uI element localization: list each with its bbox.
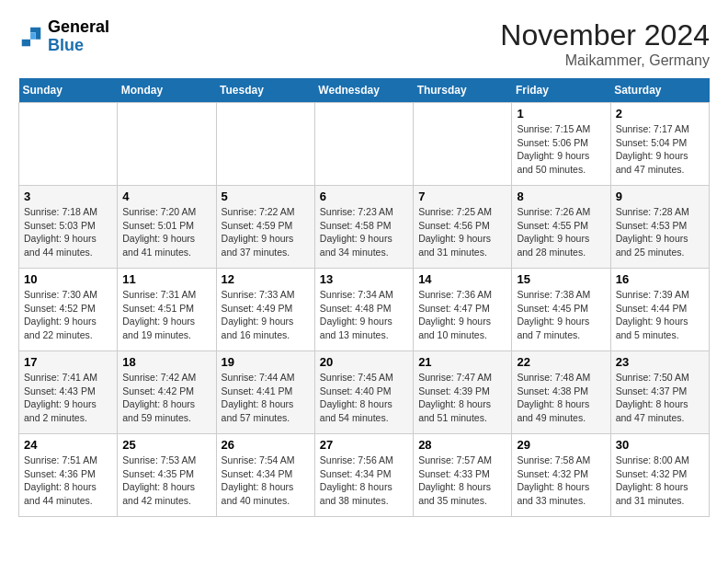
day-number: 10 — [24, 272, 112, 286]
calendar-cell: 15Sunrise: 7:38 AM Sunset: 4:45 PM Dayli… — [512, 269, 610, 351]
page-title: November 2024 — [500, 18, 710, 52]
day-info: Sunrise: 7:28 AM Sunset: 4:53 PM Dayligh… — [616, 205, 704, 259]
day-number: 15 — [517, 272, 605, 286]
calendar-cell: 11Sunrise: 7:31 AM Sunset: 4:51 PM Dayli… — [118, 269, 216, 351]
day-number: 28 — [418, 438, 506, 452]
day-number: 29 — [517, 438, 605, 452]
day-info: Sunrise: 7:34 AM Sunset: 4:48 PM Dayligh… — [320, 288, 408, 342]
calendar-cell: 3Sunrise: 7:18 AM Sunset: 5:03 PM Daylig… — [19, 186, 118, 269]
day-number: 25 — [122, 438, 210, 452]
day-info: Sunrise: 7:45 AM Sunset: 4:40 PM Dayligh… — [320, 371, 408, 425]
calendar-cell: 9Sunrise: 7:28 AM Sunset: 4:53 PM Daylig… — [610, 186, 709, 269]
day-info: Sunrise: 8:00 AM Sunset: 4:32 PM Dayligh… — [616, 454, 704, 508]
day-number: 1 — [517, 107, 605, 121]
day-number: 3 — [24, 190, 112, 203]
day-number: 22 — [517, 355, 605, 369]
logo-blue: Blue — [48, 37, 109, 55]
day-number: 18 — [122, 355, 210, 369]
calendar-cell — [314, 103, 413, 186]
day-info: Sunrise: 7:42 AM Sunset: 4:42 PM Dayligh… — [122, 371, 210, 425]
day-number: 27 — [320, 438, 408, 452]
day-info: Sunrise: 7:20 AM Sunset: 5:01 PM Dayligh… — [122, 205, 210, 259]
day-of-week-wednesday: Wednesday — [314, 78, 413, 103]
calendar-table: SundayMondayTuesdayWednesdayThursdayFrid… — [18, 78, 710, 517]
day-of-week-monday: Monday — [118, 78, 216, 103]
calendar-cell: 12Sunrise: 7:33 AM Sunset: 4:49 PM Dayli… — [216, 269, 314, 351]
day-info: Sunrise: 7:44 AM Sunset: 4:41 PM Dayligh… — [222, 371, 310, 425]
day-number: 6 — [320, 190, 408, 203]
day-number: 21 — [418, 355, 506, 369]
calendar-cell: 17Sunrise: 7:41 AM Sunset: 4:43 PM Dayli… — [19, 351, 118, 434]
day-number: 19 — [222, 355, 310, 369]
day-number: 2 — [616, 107, 704, 121]
calendar-cell: 16Sunrise: 7:39 AM Sunset: 4:44 PM Dayli… — [610, 269, 709, 351]
day-of-week-sunday: Sunday — [19, 78, 118, 103]
week-row-1: 1Sunrise: 7:15 AM Sunset: 5:06 PM Daylig… — [19, 103, 710, 186]
calendar-cell: 8Sunrise: 7:26 AM Sunset: 4:55 PM Daylig… — [512, 186, 610, 269]
day-number: 24 — [24, 438, 112, 452]
day-info: Sunrise: 7:31 AM Sunset: 4:51 PM Dayligh… — [122, 288, 210, 342]
page-subtitle: Maikammer, Germany — [500, 52, 710, 69]
calendar-cell: 7Sunrise: 7:25 AM Sunset: 4:56 PM Daylig… — [414, 186, 512, 269]
day-number: 30 — [616, 438, 704, 452]
calendar-cell: 25Sunrise: 7:53 AM Sunset: 4:35 PM Dayli… — [118, 434, 216, 517]
calendar-cell: 18Sunrise: 7:42 AM Sunset: 4:42 PM Dayli… — [118, 351, 216, 434]
calendar-cell: 2Sunrise: 7:17 AM Sunset: 5:04 PM Daylig… — [610, 103, 709, 186]
day-number: 16 — [616, 272, 704, 286]
day-of-week-thursday: Thursday — [414, 78, 512, 103]
page-header: General Blue November 2024 Maikammer, Ge… — [18, 18, 710, 69]
calendar-cell: 19Sunrise: 7:44 AM Sunset: 4:41 PM Dayli… — [216, 351, 314, 434]
day-info: Sunrise: 7:53 AM Sunset: 4:35 PM Dayligh… — [122, 454, 210, 508]
calendar-cell: 5Sunrise: 7:22 AM Sunset: 4:59 PM Daylig… — [216, 186, 314, 269]
day-info: Sunrise: 7:41 AM Sunset: 4:43 PM Dayligh… — [24, 371, 112, 425]
calendar-cell: 13Sunrise: 7:34 AM Sunset: 4:48 PM Dayli… — [314, 269, 413, 351]
day-info: Sunrise: 7:30 AM Sunset: 4:52 PM Dayligh… — [24, 288, 112, 342]
day-number: 17 — [24, 355, 112, 369]
day-info: Sunrise: 7:33 AM Sunset: 4:49 PM Dayligh… — [222, 288, 310, 342]
calendar-cell: 6Sunrise: 7:23 AM Sunset: 4:58 PM Daylig… — [314, 186, 413, 269]
day-number: 8 — [517, 190, 605, 203]
svg-marker-2 — [22, 40, 30, 46]
day-number: 12 — [222, 272, 310, 286]
calendar-cell: 30Sunrise: 8:00 AM Sunset: 4:32 PM Dayli… — [610, 434, 709, 517]
day-info: Sunrise: 7:23 AM Sunset: 4:58 PM Dayligh… — [320, 205, 408, 259]
calendar-cell: 10Sunrise: 7:30 AM Sunset: 4:52 PM Dayli… — [19, 269, 118, 351]
calendar-cell: 29Sunrise: 7:58 AM Sunset: 4:32 PM Dayli… — [512, 434, 610, 517]
day-info: Sunrise: 7:38 AM Sunset: 4:45 PM Dayligh… — [517, 288, 605, 342]
day-info: Sunrise: 7:50 AM Sunset: 4:37 PM Dayligh… — [616, 371, 704, 425]
week-row-2: 3Sunrise: 7:18 AM Sunset: 5:03 PM Daylig… — [19, 186, 710, 269]
day-info: Sunrise: 7:54 AM Sunset: 4:34 PM Dayligh… — [222, 454, 310, 508]
calendar-cell — [19, 103, 118, 186]
calendar-cell: 28Sunrise: 7:57 AM Sunset: 4:33 PM Dayli… — [414, 434, 512, 517]
day-number: 9 — [616, 190, 704, 203]
day-number: 23 — [616, 355, 704, 369]
calendar-cell: 1Sunrise: 7:15 AM Sunset: 5:06 PM Daylig… — [512, 103, 610, 186]
day-info: Sunrise: 7:58 AM Sunset: 4:32 PM Dayligh… — [517, 454, 605, 508]
calendar-cell: 27Sunrise: 7:56 AM Sunset: 4:34 PM Dayli… — [314, 434, 413, 517]
day-of-week-friday: Friday — [512, 78, 610, 103]
week-row-5: 24Sunrise: 7:51 AM Sunset: 4:36 PM Dayli… — [19, 434, 710, 517]
day-info: Sunrise: 7:17 AM Sunset: 5:04 PM Dayligh… — [616, 122, 704, 177]
title-block: November 2024 Maikammer, Germany — [500, 18, 710, 69]
day-info: Sunrise: 7:22 AM Sunset: 4:59 PM Dayligh… — [222, 205, 310, 259]
calendar-cell — [216, 103, 314, 186]
calendar-cell: 24Sunrise: 7:51 AM Sunset: 4:36 PM Dayli… — [19, 434, 118, 517]
day-info: Sunrise: 7:26 AM Sunset: 4:55 PM Dayligh… — [517, 205, 605, 259]
week-row-3: 10Sunrise: 7:30 AM Sunset: 4:52 PM Dayli… — [19, 269, 710, 351]
svg-marker-1 — [30, 32, 36, 39]
logo-general: General — [48, 18, 109, 37]
day-number: 5 — [222, 190, 310, 203]
day-info: Sunrise: 7:57 AM Sunset: 4:33 PM Dayligh… — [418, 454, 506, 508]
days-of-week-row: SundayMondayTuesdayWednesdayThursdayFrid… — [19, 78, 710, 103]
day-of-week-tuesday: Tuesday — [216, 78, 314, 103]
day-info: Sunrise: 7:25 AM Sunset: 4:56 PM Dayligh… — [418, 205, 506, 259]
day-number: 14 — [418, 272, 506, 286]
day-info: Sunrise: 7:18 AM Sunset: 5:03 PM Dayligh… — [24, 205, 112, 259]
calendar-cell: 14Sunrise: 7:36 AM Sunset: 4:47 PM Dayli… — [414, 269, 512, 351]
logo: General Blue — [18, 18, 109, 55]
calendar-header: SundayMondayTuesdayWednesdayThursdayFrid… — [19, 78, 710, 103]
logo-text: General Blue — [48, 18, 109, 55]
calendar-cell: 21Sunrise: 7:47 AM Sunset: 4:39 PM Dayli… — [414, 351, 512, 434]
calendar-cell: 4Sunrise: 7:20 AM Sunset: 5:01 PM Daylig… — [118, 186, 216, 269]
calendar-cell: 26Sunrise: 7:54 AM Sunset: 4:34 PM Dayli… — [216, 434, 314, 517]
